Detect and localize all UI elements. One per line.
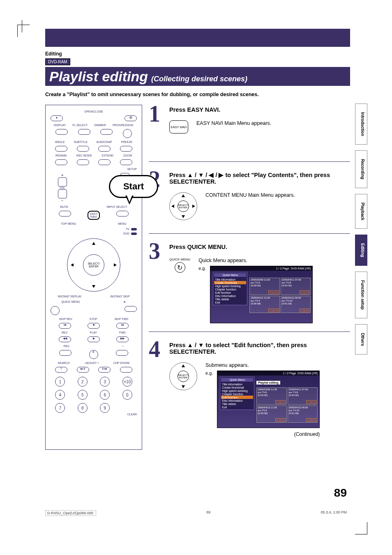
btn-easy-navi: EASY NAVI: [88, 211, 100, 220]
continued-label: (Continued): [205, 431, 320, 437]
footer-file: D-R4SU_Ope(US)p089-095: [45, 510, 96, 516]
remote-diagram: OPEN/CLOSE ▲⏻ DISPLAY FL SELECT DIMMER P…: [45, 105, 142, 450]
btn-select-enter: SELECT/ ENTER: [83, 254, 104, 276]
remote-dpad: SELECT/ ENTER: [67, 238, 120, 292]
side-tabs: Introduction Recording Playback Editing …: [355, 104, 367, 355]
step-3-desc: Quick Menu appears.: [198, 258, 313, 263]
tab-playback[interactable]: Playback: [355, 194, 367, 229]
dpad-icon-2: SELECT/ ENTER: [169, 362, 197, 390]
btn-power: ⏻: [125, 115, 137, 121]
step-4-desc: Submenu appears.: [205, 362, 320, 368]
lead-text: Create a "Playlist" to omit unnecessary …: [45, 92, 350, 97]
tab-editing[interactable]: Editing: [355, 235, 367, 266]
header-bar: [45, 29, 350, 47]
title-band: Playlist editing (Collecting desired sce…: [45, 67, 350, 86]
step-4: 4 Press ▲ / ▼ to select "Edit function",…: [149, 340, 350, 437]
step-1-desc: EASY NAVI Main Menu appears.: [196, 120, 271, 126]
screen-example-2: 1 / 2 Page DVD-RAM (VR) Quick Menu Title…: [217, 371, 320, 428]
step-3-title: Press QUICK MENU.: [169, 244, 350, 250]
crop-mark-tl: [17, 25, 30, 37]
step-2-desc: CONTENT MENU Main Menu appears.: [205, 192, 295, 198]
tab-introduction[interactable]: Introduction: [355, 104, 367, 145]
start-label: Start: [123, 181, 144, 192]
page-subtitle: (Collecting desired scenes): [151, 75, 247, 83]
quick-menu-button: ↻: [175, 262, 185, 273]
step-4-title: Press ▲ / ▼ to select "Edit function", t…: [169, 342, 350, 355]
start-callout: Start: [109, 175, 158, 198]
footer-date: 05.3.4, 1:00 PM: [321, 510, 347, 516]
submenu-playlist-editing: Playlist editing: [256, 381, 280, 385]
step-2: 2 Press ▲ / ▼ / ◀ / ▶ to select "Play Co…: [149, 170, 350, 225]
easy-navi-button: EASY NAVI: [169, 120, 188, 134]
label-open-close: OPEN/CLOSE: [84, 110, 103, 113]
page-number: 89: [334, 486, 347, 500]
btn-eject: ▲: [51, 115, 63, 121]
step-1: 1 Press EASY NAVI. EASY NAVI EASY NAVI M…: [149, 105, 350, 153]
tab-recording[interactable]: Recording: [355, 150, 367, 188]
step-1-title: Press EASY NAVI.: [169, 106, 350, 113]
crop-mark-br: [355, 522, 367, 534]
disc-type-badge: DVD-RAM: [45, 58, 70, 65]
remote-numpad: 1 2 3 +10 4 5 6 0 7 8 9: [51, 377, 137, 413]
footer: D-R4SU_Ope(US)p089-095 89 05.3.4, 1:00 P…: [45, 510, 347, 516]
btn-quick-menu: [51, 306, 60, 315]
section-label: Editing: [45, 51, 350, 57]
page-title: Playlist editing: [49, 69, 148, 85]
step-2-title: Press ▲ / ▼ / ◀ / ▶ to select "Play Cont…: [169, 172, 350, 185]
footer-page: 89: [206, 510, 210, 516]
screen-example-1: 1 / 2 Page DVD-RAM (VR) Quick Menu Title…: [210, 266, 313, 323]
step-3: 3 Press QUICK MENU. QUICK MENU ↻ Quick M…: [149, 242, 350, 323]
tab-function-setup[interactable]: Function setup: [355, 272, 367, 318]
dpad-icon: SELECT/ ENTER: [169, 192, 197, 220]
tab-others[interactable]: Others: [355, 324, 367, 355]
